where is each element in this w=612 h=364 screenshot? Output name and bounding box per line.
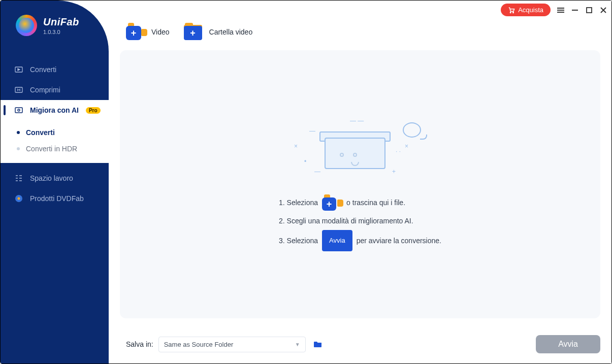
add-folder-button[interactable]: + Cartella video (184, 23, 253, 41)
close-icon[interactable] (599, 6, 607, 14)
sidebar-item-label: Prodotti DVDFab (30, 194, 84, 203)
video-camera-icon: + (126, 23, 146, 41)
svg-point-0 (510, 12, 511, 13)
dvdfab-icon (15, 194, 23, 203)
app-name: UniFab (43, 16, 79, 28)
svg-rect-3 (557, 10, 564, 11)
sidebar-sub-converti-hdr[interactable]: Converti in HDR (1, 141, 109, 157)
buy-label: Acquista (518, 6, 543, 14)
svg-rect-9 (15, 108, 22, 113)
app-logo-icon (16, 15, 37, 36)
bullet-icon (17, 131, 20, 134)
sidebar-item-spazio-lavoro[interactable]: Spazio lavoro (1, 168, 109, 188)
play-box-icon (15, 65, 23, 74)
step-text: 1. Seleziona (279, 193, 318, 212)
enhance-icon (15, 106, 23, 114)
step-3: 3. Seleziona Avvia per avviare la conver… (279, 230, 441, 251)
svg-rect-2 (557, 8, 564, 9)
step-2: 2. Scegli una modalità di miglioramento … (279, 212, 441, 230)
svg-point-1 (513, 12, 514, 13)
svg-rect-6 (587, 8, 592, 13)
sidebar-item-comprimi[interactable]: Comprimi (1, 80, 109, 100)
step-text: o trascina qui i file. (346, 193, 405, 212)
workspace-icon (15, 174, 23, 182)
drop-zone[interactable]: × • — · · — — + — × 1. Seleziona + o tra… (120, 50, 600, 318)
svg-rect-8 (15, 87, 22, 92)
sidebar-sub-converti[interactable]: Converti (1, 124, 109, 141)
empty-box-illustration: × • — · · — — + — × (289, 117, 431, 178)
add-folder-label: Cartella video (209, 28, 253, 36)
titlebar: Acquista (501, 4, 607, 16)
folder-icon: + (184, 23, 204, 41)
sidebar-item-label: Migiora con AI (30, 106, 79, 114)
minimize-icon[interactable] (571, 6, 579, 14)
sidebar-item-converti[interactable]: Converti (1, 59, 109, 80)
logo-area: UniFab 1.0.3.0 (1, 1, 109, 48)
pro-badge: Pro (86, 107, 101, 114)
instructions: 1. Seleziona + o trascina qui i file. 2.… (279, 193, 441, 252)
sidebar-item-label: Converti (30, 65, 56, 74)
add-video-button[interactable]: + Video (126, 23, 170, 41)
sidebar-item-dvdfab[interactable]: Prodotti DVDFab (1, 188, 109, 209)
sidebar-selected-block: Migiora con AI Pro Converti Converti in … (1, 100, 109, 163)
sidebar: UniFab 1.0.3.0 Converti Comprimi Migiora… (1, 1, 109, 363)
svg-point-12 (18, 197, 20, 200)
bottom-bar: Salva in: Same as Source Folder ▼ Avvia (126, 335, 600, 353)
svg-rect-5 (572, 10, 578, 11)
bullet-icon (17, 147, 20, 150)
step-text: 3. Seleziona (279, 231, 318, 250)
step-text: 2. Scegli una modalità di miglioramento … (279, 212, 413, 230)
save-label: Salva in: (126, 340, 153, 348)
svg-rect-4 (557, 12, 564, 13)
start-label: Avvia (558, 340, 578, 348)
step-text: per avviare la conversione. (357, 231, 441, 250)
sidebar-item-migiora-ai[interactable]: Migiora con AI Pro (1, 100, 109, 120)
sidebar-sub-label: Converti (26, 128, 55, 137)
app-version: 1.0.3.0 (43, 29, 79, 35)
sidebar-item-label: Comprimi (30, 86, 60, 94)
open-folder-button[interactable] (311, 337, 325, 351)
maximize-icon[interactable] (585, 6, 593, 14)
buy-button[interactable]: Acquista (501, 4, 551, 16)
inline-add-video-button[interactable]: + (322, 194, 342, 211)
svg-point-10 (18, 109, 20, 111)
chevron-down-icon: ▼ (295, 342, 300, 347)
save-location-value: Same as Source Folder (164, 341, 234, 348)
cart-icon (508, 7, 515, 14)
add-video-label: Video (151, 28, 170, 36)
start-button[interactable]: Avvia (536, 335, 600, 353)
main-area: + Video + Cartella video × • — · · — — (109, 1, 611, 363)
step-1: 1. Seleziona + o trascina qui i file. (279, 193, 441, 212)
sidebar-item-label: Spazio lavoro (30, 174, 73, 182)
inline-start-button[interactable]: Avvia (322, 230, 352, 251)
sidebar-sub-label: Converti in HDR (26, 145, 77, 153)
folder-open-icon (313, 340, 323, 348)
compress-icon (15, 86, 23, 94)
save-location-select[interactable]: Same as Source Folder ▼ (158, 337, 306, 352)
menu-icon[interactable] (557, 6, 565, 14)
